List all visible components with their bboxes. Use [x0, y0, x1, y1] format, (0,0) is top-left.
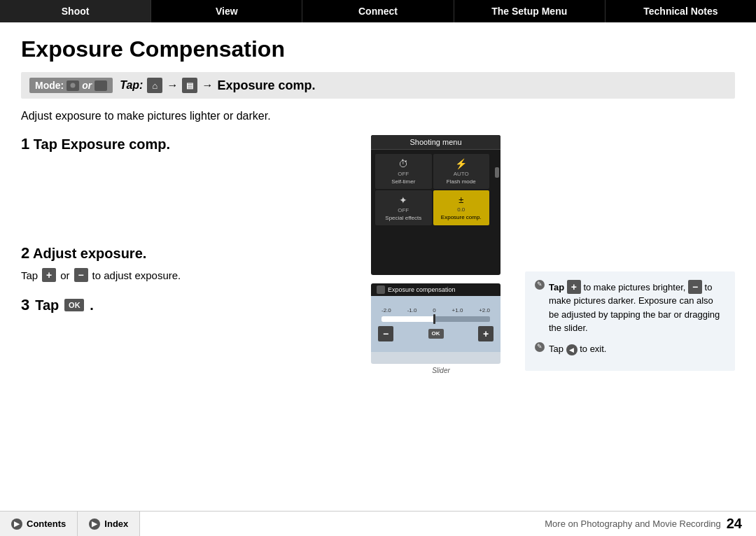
period: . — [90, 297, 94, 313]
flash-icon: ⚡ — [455, 158, 467, 169]
index-button[interactable]: ▶ Index — [78, 512, 140, 536]
step-2-sub: Tap + or − to adjust exposure. — [21, 268, 357, 282]
nav-setup-menu[interactable]: The Setup Menu — [454, 0, 606, 22]
minus-button-icon: − — [74, 268, 88, 282]
menu-item-self-timer: ⏱ OFF Self-timer — [375, 154, 432, 189]
step-1-number: 1 — [21, 135, 29, 153]
scroll-thumb — [495, 167, 499, 178]
exposure-comp-screenshot: Exposure compensation -2.0 -1.0 0 +1.0 +… — [371, 283, 500, 364]
note-item-1: ✎ Tap + to make pictures brighter, − to … — [535, 280, 725, 335]
mode-or-text: or — [82, 80, 92, 91]
exposure-label: Exposure comp. — [441, 214, 482, 220]
exposure-icon: ± — [458, 195, 463, 205]
ok-icon: OK — [64, 299, 84, 311]
slider-area: -2.0 -1.0 0 +1.0 +2.0 − OK + — [371, 296, 500, 352]
menu-grid: ⏱ OFF Self-timer ⚡ AUTO Flash mode ✦ OFF — [371, 150, 493, 230]
nav-connect[interactable]: Connect — [302, 0, 454, 22]
content-area: 1 Tap Exposure comp. 2 Adjust exposure. … — [21, 135, 735, 374]
contents-arrow-icon: ▶ — [11, 519, 22, 530]
exp-header: Exposure compensation — [371, 283, 500, 296]
exp-header-icon — [377, 285, 385, 294]
special-effects-icon: ✦ — [399, 195, 407, 206]
nav-view[interactable]: View — [151, 0, 302, 22]
top-navigation: Shoot View Connect The Setup Menu Techni… — [0, 0, 756, 22]
slider-plus-button[interactable]: + — [478, 326, 493, 341]
bottom-left: ▶ Contents ▶ Index — [0, 512, 140, 536]
movie-icon — [94, 80, 107, 91]
pencil-icon-2: ✎ — [535, 342, 545, 352]
flash-label: Flash mode — [447, 178, 476, 185]
scroll-bar — [493, 150, 500, 230]
slider-scale: -2.0 -1.0 0 +1.0 +2.0 — [382, 307, 490, 313]
bottom-right: More on Photography and Movie Recording … — [545, 512, 756, 536]
slider-track[interactable] — [382, 316, 490, 322]
pencil-icon-1: ✎ — [535, 280, 545, 290]
menu-header: Shooting menu — [371, 135, 500, 150]
page-number: 24 — [727, 516, 742, 532]
arrow-1: → — [167, 79, 178, 92]
note-text-2: Tap ◀ to exit. — [549, 342, 607, 356]
note-item-2: ✎ Tap ◀ to exit. — [535, 342, 725, 356]
exposure-sublabel: 0.0 — [457, 206, 465, 213]
home-icon: ⌂ — [147, 78, 162, 93]
exposure-comp-label: Exposure comp. — [217, 78, 315, 93]
menu-item-exposure: ± 0.0 Exposure comp. — [433, 190, 490, 225]
slider-controls: − OK + — [378, 326, 493, 341]
slider-ok-button[interactable]: OK — [428, 329, 444, 339]
nav-connect-label: Connect — [358, 6, 398, 17]
note-plus-icon: + — [567, 280, 581, 294]
self-timer-icon: ⏱ — [398, 158, 408, 169]
mode-label: Mode: or — [29, 78, 113, 93]
bottom-bar: ▶ Contents ▶ Index More on Photography a… — [0, 511, 756, 536]
slider-fill — [382, 316, 434, 322]
special-effects-label: Special effects — [385, 215, 421, 221]
mode-bar: Mode: or Tap: ⌂ → ▤ → Exposure comp. — [21, 72, 735, 99]
tap-section: Tap: ⌂ → ▤ → Exposure comp. — [120, 78, 315, 93]
screenshot-area: Shooting menu ⏱ OFF Self-timer ⚡ AUTO Fl… — [371, 135, 511, 374]
tap-label: Tap: — [120, 79, 143, 92]
scale-plus2: +2.0 — [479, 307, 490, 313]
scale-zero: 0 — [433, 307, 435, 313]
nav-setup-label: The Setup Menu — [491, 6, 567, 17]
menu-icon: ▤ — [182, 78, 197, 93]
nav-technical-notes[interactable]: Technical Notes — [606, 0, 756, 22]
camera-icon — [66, 80, 79, 91]
index-label: Index — [104, 519, 128, 529]
self-timer-label: Self-timer — [391, 178, 415, 185]
step-2-title: 2 Adjust exposure. — [21, 244, 357, 262]
step2-sub-text: to adjust exposure. — [92, 269, 181, 281]
plus-button-icon: + — [42, 268, 56, 282]
step2-or-text: or — [60, 269, 69, 281]
right-notes: ✎ Tap + to make pictures brighter, − to … — [525, 271, 735, 371]
contents-button[interactable]: ▶ Contents — [0, 512, 78, 536]
shooting-menu-screenshot: Shooting menu ⏱ OFF Self-timer ⚡ AUTO Fl… — [371, 135, 500, 275]
arrow-2: → — [202, 79, 213, 92]
nav-shoot[interactable]: Shoot — [0, 0, 151, 22]
scale-plus1: +1.0 — [452, 307, 463, 313]
slider-minus-button[interactable]: − — [378, 326, 393, 341]
step-2-label: Adjust exposure. — [33, 246, 146, 261]
step-3-number: 3 — [21, 296, 29, 314]
back-button-icon: ◀ — [566, 344, 578, 355]
contents-label: Contents — [27, 519, 66, 529]
index-arrow-icon: ▶ — [89, 519, 100, 530]
step-2: 2 Adjust exposure. Tap + or − to adjust … — [21, 244, 357, 282]
mode-text: Mode: — [35, 80, 64, 91]
special-effects-sublabel: OFF — [398, 207, 409, 213]
step2-tap-text: Tap — [21, 269, 38, 281]
step-3-title: 3 Tap OK . — [21, 296, 357, 314]
exp-comp-header-label: Exposure compensation — [388, 286, 456, 293]
step-1-title: 1 Tap Exposure comp. — [21, 135, 357, 153]
step-1-label: Tap Exposure comp. — [34, 136, 170, 152]
slider-caption: Slider — [371, 367, 511, 374]
menu-item-flash: ⚡ AUTO Flash mode — [433, 154, 490, 189]
scale-minus2: -2.0 — [382, 307, 391, 313]
description: Adjust exposure to make pictures lighter… — [21, 110, 735, 122]
self-timer-sublabel: OFF — [398, 171, 409, 177]
note-text-1: Tap + to make pictures brighter, − to ma… — [549, 280, 725, 335]
slider-thumb[interactable] — [433, 314, 435, 324]
step-3: 3 Tap OK . — [21, 296, 357, 314]
step-1: 1 Tap Exposure comp. — [21, 135, 357, 153]
page-title: Exposure Compensation — [21, 36, 735, 62]
bottom-note-text: More on Photography and Movie Recording — [545, 519, 720, 529]
